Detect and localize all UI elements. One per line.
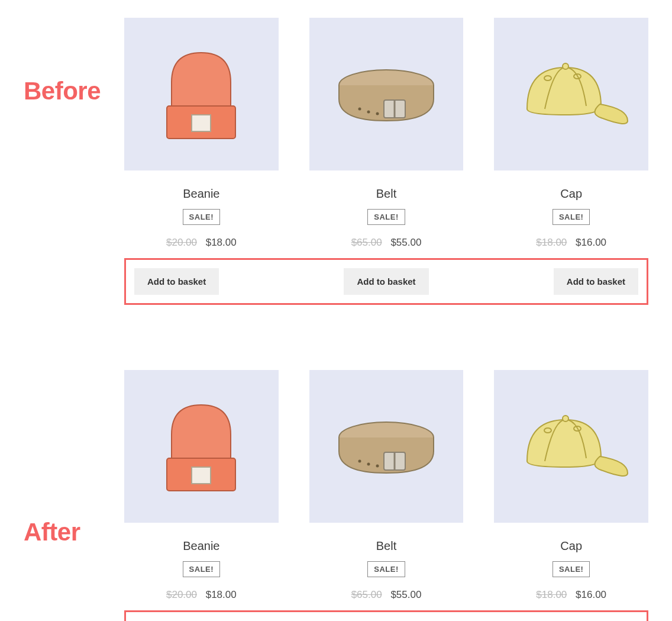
after-products-wrap: Beanie SALE! $20.00 $18.00	[124, 370, 648, 621]
product-image-beanie[interactable]	[124, 18, 279, 170]
sale-badge: SALE!	[367, 209, 405, 225]
sale-badge: SALE!	[367, 561, 405, 577]
after-label-col: After	[24, 370, 124, 546]
btn-cell: Add to basket	[126, 268, 302, 295]
product-card-belt: Belt SALE! $65.00 $55.00	[309, 370, 464, 601]
old-price: $18.00	[536, 237, 567, 248]
svg-point-15	[358, 460, 361, 463]
product-image-cap[interactable]	[494, 18, 648, 170]
after-label: After	[24, 518, 124, 546]
product-image-beanie[interactable]	[124, 370, 279, 523]
highlight-buttons-after	[124, 610, 648, 621]
product-prices: $65.00 $55.00	[309, 589, 464, 601]
product-prices: $20.00 $18.00	[124, 589, 279, 601]
product-card-belt: Belt SALE! $65.00 $55.00	[309, 18, 464, 249]
before-products-wrap: Beanie SALE! $20.00 $18.00	[124, 18, 648, 305]
after-products-grid: Beanie SALE! $20.00 $18.00	[124, 370, 648, 601]
add-to-basket-button[interactable]: Add to basket	[344, 268, 428, 295]
sale-badge: SALE!	[183, 561, 221, 577]
cap-icon	[512, 50, 631, 139]
before-label: Before	[24, 77, 124, 105]
cap-icon	[512, 402, 631, 491]
beanie-icon	[154, 393, 248, 500]
belt-icon	[327, 405, 445, 488]
new-price: $16.00	[576, 237, 606, 248]
add-to-basket-button[interactable]: Add to basket	[134, 268, 219, 295]
product-prices: $18.00 $16.00	[494, 237, 648, 249]
svg-point-17	[376, 465, 379, 468]
product-title: Belt	[309, 187, 464, 201]
new-price: $18.00	[206, 589, 237, 600]
svg-point-3	[358, 108, 361, 111]
product-card-beanie: Beanie SALE! $20.00 $18.00	[124, 370, 279, 601]
old-price: $20.00	[166, 237, 197, 248]
product-card-cap: Cap SALE! $18.00 $16.00	[494, 370, 648, 601]
svg-point-23	[563, 416, 568, 421]
before-label-col: Before	[24, 18, 124, 105]
product-title: Beanie	[124, 539, 279, 553]
product-title: Beanie	[124, 187, 279, 201]
product-image-cap[interactable]	[494, 370, 648, 523]
add-to-basket-button[interactable]: Add to basket	[554, 268, 638, 295]
svg-rect-1	[192, 115, 211, 131]
old-price: $65.00	[351, 237, 382, 248]
btn-cell: Add to basket	[470, 268, 647, 295]
after-section: After Beanie SALE! $20.00 $18.00	[24, 370, 648, 621]
old-price: $18.00	[536, 589, 567, 600]
product-prices: $65.00 $55.00	[309, 237, 464, 249]
new-price: $16.00	[576, 589, 606, 600]
svg-point-16	[367, 463, 370, 466]
product-prices: $18.00 $16.00	[494, 589, 648, 601]
product-card-cap: Cap SALE! $18.00 $16.00	[494, 18, 648, 249]
product-title: Belt	[309, 539, 464, 553]
belt-icon	[327, 53, 445, 136]
new-price: $55.00	[390, 589, 421, 600]
svg-rect-13	[192, 467, 211, 484]
product-title: Cap	[494, 539, 648, 553]
product-title: Cap	[494, 187, 648, 201]
old-price: $65.00	[351, 589, 382, 600]
add-button-row: Add to basket Add to basket Add to baske…	[126, 268, 647, 295]
new-price: $18.00	[206, 237, 237, 248]
btn-cell: Add to basket	[302, 268, 470, 295]
product-image-belt[interactable]	[309, 370, 464, 523]
product-image-belt[interactable]	[309, 18, 464, 170]
product-prices: $20.00 $18.00	[124, 237, 279, 249]
sale-badge: SALE!	[553, 209, 590, 225]
sale-badge: SALE!	[183, 209, 221, 225]
new-price: $55.00	[390, 237, 421, 248]
before-products-grid: Beanie SALE! $20.00 $18.00	[124, 18, 648, 249]
svg-point-11	[563, 63, 568, 69]
old-price: $20.00	[166, 589, 197, 600]
svg-point-5	[376, 112, 379, 115]
highlight-buttons-before: Add to basket Add to basket Add to baske…	[124, 258, 648, 305]
product-card-beanie: Beanie SALE! $20.00 $18.00	[124, 18, 279, 249]
before-section: Before Beanie SALE! $20.00 $18.00	[24, 18, 648, 305]
beanie-icon	[154, 41, 248, 147]
svg-point-4	[367, 111, 370, 114]
sale-badge: SALE!	[553, 561, 590, 577]
